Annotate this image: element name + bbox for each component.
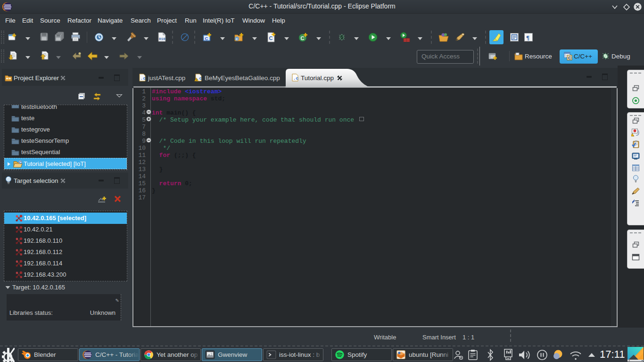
svg-text:C: C [205,36,208,41]
svg-text:¶: ¶ [526,34,529,41]
svg-text:.c: .c [140,76,146,81]
svg-text:C: C [19,161,22,164]
svg-text:C: C [301,35,305,41]
svg-text:C: C [269,35,273,41]
svg-text:.c: .c [293,76,299,81]
svg-text:c: c [236,37,238,41]
svg-text:C: C [568,55,571,60]
svg-text:!: ! [196,79,197,82]
svg-text:010: 010 [159,37,165,41]
